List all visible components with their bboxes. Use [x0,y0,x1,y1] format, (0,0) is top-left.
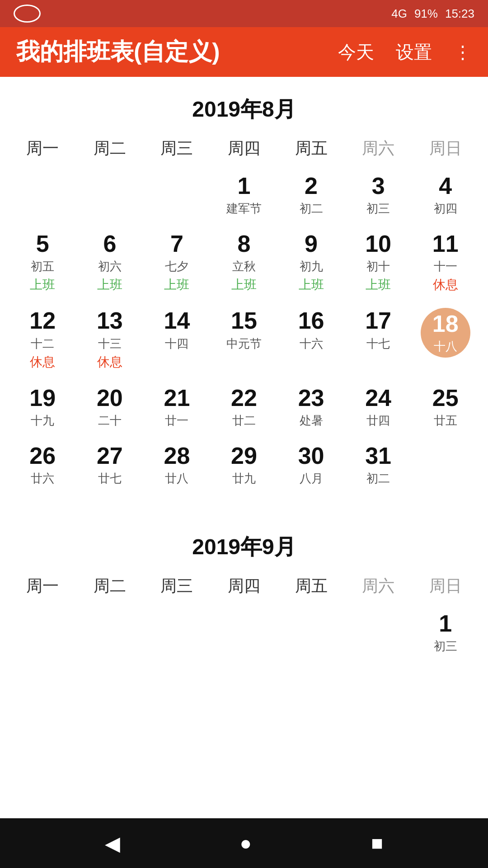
aug-day-10[interactable]: 10 初十 上班 [345,226,412,300]
status-bar: 4G 91% 15:23 [0,0,488,27]
app-title: 我的排班表(自定义) [16,36,338,68]
aug-empty-3 [143,169,211,223]
recent-button[interactable] [371,832,383,854]
aug-week-2: 5 初五 上班 6 初六 上班 7 七夕 上班 8 立秋 上班 9 初九 [9,226,479,300]
aug-day-7[interactable]: 7 七夕 上班 [143,226,211,300]
aug-day-9[interactable]: 9 初九 上班 [277,226,345,300]
sep-dow-wed: 周三 [143,571,211,602]
aug-day-30[interactable]: 30 八月 [277,439,345,493]
sep-dow-sun: 周日 [412,571,479,602]
aug-day-1[interactable]: 1 建军节 [211,169,278,223]
aug-day-22[interactable]: 22 廿二 [211,381,278,435]
sep-dow-thu: 周四 [211,571,278,602]
sep-dow-sat: 周六 [345,571,412,602]
dow-sat: 周六 [345,133,412,164]
aug-day-14[interactable]: 14 十四 [143,303,211,377]
aug-day-28[interactable]: 28 廿八 [143,439,211,493]
sep-day-1[interactable]: 1 初三 [412,606,479,660]
september-calendar: 2019年9月 周一 周二 周三 周四 周五 周六 周日 1 初三 [9,514,479,660]
august-title: 2019年8月 [9,77,479,133]
aug-day-16[interactable]: 16 十六 [277,303,345,377]
aug-day-8[interactable]: 8 立秋 上班 [211,226,278,300]
aug-day-19[interactable]: 19 十九 [9,381,76,435]
aug-day-31[interactable]: 31 初二 [345,439,412,493]
more-button[interactable]: ⋮ [454,42,472,62]
sep-empty-6 [345,606,412,660]
aug-day-17[interactable]: 17 十七 [345,303,412,377]
sep-empty-2 [76,606,144,660]
aug-week-4: 19 十九 20 二十 21 廿一 22 廿二 23 处暑 24 廿四 [9,381,479,435]
bottom-nav [0,818,488,868]
signal-label: 4G [391,7,407,21]
aug-day-25[interactable]: 25 廿五 [412,381,479,435]
aug-day-2[interactable]: 2 初二 [277,169,345,223]
dow-fri: 周五 [277,133,345,164]
dow-mon: 周一 [9,133,76,164]
time-label: 15:23 [445,7,474,21]
main-content: 2019年8月 周一 周二 周三 周四 周五 周六 周日 1 建军节 2 初二 [0,77,488,818]
aug-empty-1 [9,169,76,223]
aug-day-29[interactable]: 29 廿九 [211,439,278,493]
august-calendar: 2019年8月 周一 周二 周三 周四 周五 周六 周日 1 建军节 2 初二 [9,77,479,493]
dow-sun: 周日 [412,133,479,164]
aug-week-5: 26 廿六 27 廿七 28 廿八 29 廿九 30 八月 31 初二 [9,439,479,493]
aug-day-4[interactable]: 4 初四 [412,169,479,223]
aug-day-11[interactable]: 11 十一 休息 [412,226,479,300]
today-button[interactable]: 今天 [338,40,374,65]
aug-day-6[interactable]: 6 初六 上班 [76,226,144,300]
aug-day-24[interactable]: 24 廿四 [345,381,412,435]
aug-day-21[interactable]: 21 廿一 [143,381,211,435]
sep-empty-5 [277,606,345,660]
back-button[interactable] [105,832,120,855]
month-separator [9,496,479,514]
settings-button[interactable]: 设置 [396,40,432,65]
sep-dow-tue: 周二 [76,571,144,602]
aug-day-13[interactable]: 13 十三 休息 [76,303,144,377]
app-actions: 今天 设置 ⋮ [338,40,472,65]
sep-empty-3 [143,606,211,660]
today-highlight: 18 十八 [421,308,470,358]
battery-label: 91% [414,7,438,21]
status-icons: 4G 91% 15:23 [391,7,474,21]
aug-day-27[interactable]: 27 廿七 [76,439,144,493]
sep-dow-row: 周一 周二 周三 周四 周五 周六 周日 [9,571,479,602]
august-dow-row: 周一 周二 周三 周四 周五 周六 周日 [9,133,479,164]
sep-dow-mon: 周一 [9,571,76,602]
aug-day-12[interactable]: 12 十二 休息 [9,303,76,377]
app-bar: 我的排班表(自定义) 今天 设置 ⋮ [0,27,488,77]
aug-empty-end [412,439,479,493]
sep-empty-4 [211,606,278,660]
aug-week-3: 12 十二 休息 13 十三 休息 14 十四 15 中元节 16 十六 [9,303,479,377]
aug-empty-2 [76,169,144,223]
aug-day-23[interactable]: 23 处暑 [277,381,345,435]
signal-circle [14,5,41,23]
aug-day-20[interactable]: 20 二十 [76,381,144,435]
home-button[interactable] [239,832,252,854]
aug-day-26[interactable]: 26 廿六 [9,439,76,493]
september-title: 2019年9月 [9,514,479,571]
aug-day-15[interactable]: 15 中元节 [211,303,278,377]
aug-week-1: 1 建军节 2 初二 3 初三 4 初四 [9,169,479,223]
sep-week-1: 1 初三 [9,606,479,660]
aug-day-18[interactable]: 18 十八 [412,303,479,377]
sep-empty-1 [9,606,76,660]
dow-wed: 周三 [143,133,211,164]
dow-thu: 周四 [211,133,278,164]
dow-tue: 周二 [76,133,144,164]
aug-day-5[interactable]: 5 初五 上班 [9,226,76,300]
sep-dow-fri: 周五 [277,571,345,602]
aug-day-3[interactable]: 3 初三 [345,169,412,223]
